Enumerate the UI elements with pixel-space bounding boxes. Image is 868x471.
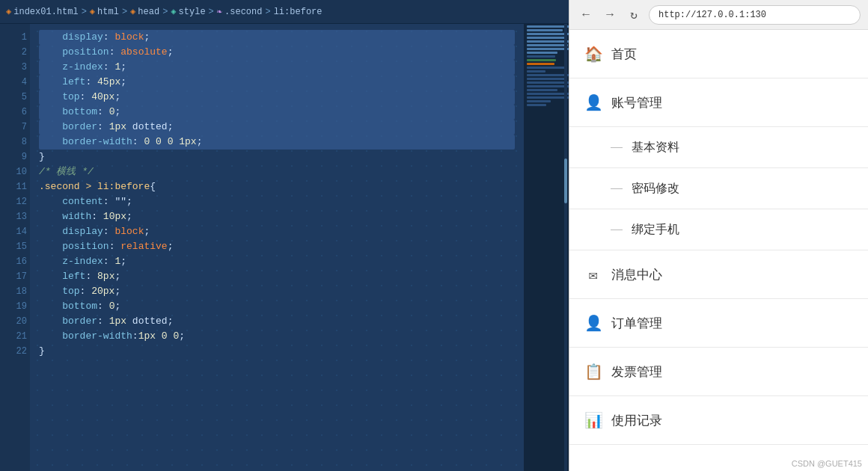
code-line-18[interactable]: top: 20px; [39,284,515,299]
menu-icon-账号管理: 👤 [584,93,602,112]
submenu-item-密码修改[interactable]: 密码修改 [569,168,868,209]
breadcrumb-head-label: head [138,7,159,17]
forward-button[interactable]: → [601,6,619,24]
minimap-content [524,25,569,471]
code-line-10[interactable]: /* 横线 */ [39,164,515,179]
code-line-1[interactable]: display: block; [39,30,515,45]
watermark: CSDN @GUET415 [792,459,862,468]
back-button[interactable]: ← [577,6,595,24]
address-bar: ← → ↻ http://127.0.0.1:130 [569,0,868,30]
menu-item-发票管理[interactable]: 📋发票管理 [569,348,868,396]
submenu-line-icon [611,188,623,189]
breadcrumb-libefore: li:before [274,7,323,17]
code-line-14[interactable]: display: block; [39,224,515,239]
breadcrumb-file: ◈ index01.html [6,6,79,17]
minimap-scroll-handle[interactable] [564,158,567,203]
code-line-16[interactable]: z-index: 1; [39,254,515,269]
code-line-6[interactable]: bottom: 0; [39,105,515,120]
breadcrumb-sep-3: > [162,7,168,17]
menu-icon-发票管理: 📋 [584,363,602,381]
selector-icon-1: ❧ [217,6,222,17]
menu-icon-订单管理: 👤 [584,314,602,333]
menu-icon-消息中心: ✉ [584,265,602,284]
code-content[interactable]: display: block; position: absolute; z-in… [30,24,524,471]
code-line-19[interactable]: bottom: 0; [39,299,515,314]
breadcrumb-second: ❧ .second [217,6,263,17]
breadcrumb-libefore-label: li:before [274,7,323,17]
code-line-17[interactable]: left: 8px; [39,269,515,284]
code-line-21[interactable]: border-width:1px 0 0; [39,329,515,344]
code-line-5[interactable]: top: 40px; [39,90,515,105]
code-area[interactable]: 12345678910111213141516171819202122 disp… [0,24,569,471]
menu-icon-使用记录: 📊 [584,411,602,430]
breadcrumb-style-label: style [179,7,206,17]
submenu-line-icon [611,147,623,148]
breadcrumb-sep-5: > [265,7,270,17]
code-line-22[interactable]: } [39,344,515,359]
breadcrumb-html: ◈ html [90,6,119,17]
url-bar[interactable]: http://127.0.0.1:130 [649,5,861,25]
menu-item-消息中心[interactable]: ✉消息中心 [569,250,868,299]
breadcrumb-sep-2: > [122,7,127,17]
submenu-label-基本资料: 基本资料 [632,140,679,156]
breadcrumb-html-label: html [97,7,119,17]
minimap-scrollbar [564,24,567,471]
url-text: http://127.0.0.1:130 [658,10,766,20]
submenu-line-icon [611,230,623,230]
minimap[interactable] [524,24,569,471]
style-tag-icon: ◈ [171,6,176,17]
code-line-9[interactable]: } [39,150,515,164]
menu-panel: 🏠首页👤账号管理基本资料密码修改绑定手机✉消息中心👤订单管理📋发票管理📊使用记录 [569,30,868,471]
menu-item-订单管理[interactable]: 👤订单管理 [569,299,868,348]
editor-panel: ◈ index01.html > ◈ html > ◈ head > ◈ sty… [0,0,569,471]
submenu-label-密码修改: 密码修改 [632,181,679,197]
submenu-label-绑定手机: 绑定手机 [632,222,679,238]
menu-label-订单管理: 订单管理 [611,315,662,332]
breadcrumb-sep-1: > [82,7,87,17]
menu-label-使用记录: 使用记录 [611,412,662,429]
breadcrumb-sep-4: > [209,7,214,17]
menu-item-使用记录[interactable]: 📊使用记录 [569,396,868,445]
code-line-3[interactable]: z-index: 1; [39,60,515,75]
menu-label-首页: 首页 [611,46,637,63]
browser-panel: ← → ↻ http://127.0.0.1:130 🏠首页👤账号管理基本资料密… [569,0,868,471]
menu-item-首页[interactable]: 🏠首页 [569,30,868,78]
code-line-7[interactable]: border: 1px dotted; [39,120,515,135]
code-line-20[interactable]: border: 1px dotted; [39,314,515,329]
head-tag-icon: ◈ [130,6,135,17]
code-line-8[interactable]: border-width: 0 0 0 1px; [39,135,515,150]
menu-icon-首页: 🏠 [584,45,602,64]
breadcrumb-head: ◈ head [130,6,159,17]
html-tag-icon: ◈ [90,6,95,17]
code-line-11[interactable]: .second > li:before{ [39,179,515,194]
code-line-2[interactable]: position: absolute; [39,45,515,60]
code-line-4[interactable]: left: 45px; [39,75,515,90]
submenu-item-绑定手机[interactable]: 绑定手机 [569,209,868,250]
menu-label-账号管理: 账号管理 [611,94,662,111]
breadcrumb-second-label: .second [224,7,262,17]
html-file-icon: ◈ [6,6,11,17]
code-line-13[interactable]: width: 10px; [39,209,515,224]
menu-label-发票管理: 发票管理 [611,363,662,381]
line-numbers: 12345678910111213141516171819202122 [0,24,30,471]
reload-button[interactable]: ↻ [625,6,643,24]
breadcrumb: ◈ index01.html > ◈ html > ◈ head > ◈ sty… [0,0,569,24]
menu-item-账号管理[interactable]: 👤账号管理 [569,78,868,127]
breadcrumb-filename: index01.html [13,7,78,17]
code-line-15[interactable]: position: relative; [39,239,515,254]
submenu-item-基本资料[interactable]: 基本资料 [569,127,868,168]
code-line-12[interactable]: content: ""; [39,194,515,209]
menu-label-消息中心: 消息中心 [611,266,662,283]
breadcrumb-style: ◈ style [171,6,205,17]
